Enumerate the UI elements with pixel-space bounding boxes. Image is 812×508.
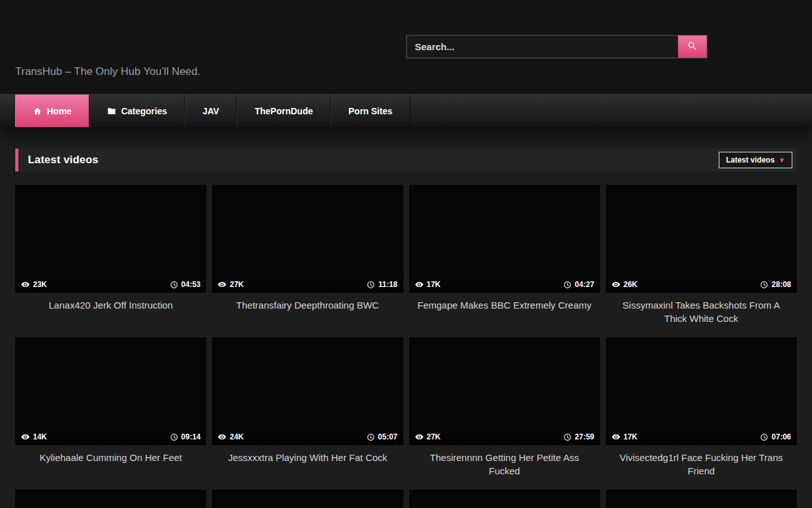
video-thumbnail[interactable]: 17K 07:06 <box>606 337 797 445</box>
video-title[interactable]: Thetransfairy Deepthroating BWC <box>212 298 403 326</box>
view-count-label: 26K <box>624 280 638 289</box>
nav-item-label: ThePornDude <box>254 106 313 116</box>
chevron-down-icon: ▼ <box>778 157 785 164</box>
section-header: Latest videos Latest videos ▼ <box>15 149 797 171</box>
nav-item-label: Home <box>47 106 72 116</box>
video-thumbnail[interactable] <box>606 490 797 508</box>
duration-label: 27:59 <box>575 432 594 441</box>
view-count: 26K <box>612 280 638 289</box>
folder-icon <box>107 107 116 116</box>
video-meta: 26K 28:08 <box>606 276 797 293</box>
nav-item-label: Porn Sites <box>348 106 392 116</box>
search-icon <box>687 41 698 53</box>
site-tagline: TransHub – The Only Hub You’ll Need. <box>15 65 200 78</box>
search-bar <box>406 35 707 58</box>
main-nav: HomeCategoriesJAVThePornDudePorn Sites <box>0 94 812 127</box>
view-count: 14K <box>21 432 47 441</box>
video-meta: 23K 04:53 <box>15 276 206 293</box>
video-card[interactable]: 17K 04:27 Femgape Makes BBC Extremely Cr… <box>409 185 600 326</box>
view-count: 27K <box>415 432 441 441</box>
video-meta: 14K 09:14 <box>15 429 206 445</box>
site-header: TransHub – The Only Hub You’ll Need. <box>0 0 812 94</box>
duration-label: 28:08 <box>771 280 791 289</box>
view-count: 23K <box>21 280 47 289</box>
duration-label: 11:18 <box>378 280 397 289</box>
video-title[interactable]: Sissymaxinl Takes Backshots From A Thick… <box>606 298 797 326</box>
nav-item-label: Categories <box>121 106 167 116</box>
home-icon <box>33 107 42 116</box>
video-card[interactable]: 23K 04:53 Lanax420 Jerk Off Instruction <box>15 185 206 326</box>
clock-icon <box>170 433 178 441</box>
view-count-label: 17K <box>427 280 441 289</box>
video-title[interactable]: Femgape Makes BBC Extremely Creamy <box>409 298 600 326</box>
nav-item-theporndude[interactable]: ThePornDude <box>237 95 331 127</box>
video-thumbnail[interactable] <box>15 490 206 508</box>
video-thumbnail[interactable] <box>212 490 403 508</box>
video-meta: 27K 11:18 <box>212 276 403 293</box>
video-card[interactable] <box>212 490 403 508</box>
video-thumbnail[interactable]: 14K 09:14 <box>15 337 206 445</box>
video-card[interactable]: 27K 11:18 Thetransfairy Deepthroating BW… <box>212 185 403 326</box>
view-count-label: 23K <box>33 280 47 289</box>
duration-label: 05:07 <box>378 432 398 441</box>
duration-label: 09:14 <box>181 432 201 441</box>
video-thumbnail[interactable]: 26K 28:08 <box>606 185 797 293</box>
video-duration: 04:27 <box>563 280 594 289</box>
section-title: Latest videos <box>28 154 98 166</box>
search-input[interactable] <box>407 36 678 58</box>
video-meta: 17K 07:06 <box>606 429 797 445</box>
video-card[interactable]: 24K 05:07 Jessxxxtra Playing With Her Fa… <box>212 337 403 479</box>
nav-item-jav[interactable]: JAV <box>185 95 237 127</box>
video-thumbnail[interactable]: 27K 27:59 <box>409 337 600 445</box>
video-duration: 27:59 <box>563 432 594 441</box>
video-title[interactable]: Jessxxxtra Playing With Her Fat Cock <box>212 451 403 479</box>
video-thumbnail[interactable]: 23K 04:53 <box>15 185 206 293</box>
nav-item-categories[interactable]: Categories <box>89 95 185 127</box>
sort-dropdown[interactable]: Latest videos ▼ <box>719 152 792 168</box>
nav-item-label: JAV <box>202 106 219 116</box>
eye-icon <box>415 432 424 441</box>
view-count-label: 14K <box>33 432 47 441</box>
clock-icon <box>563 281 572 289</box>
video-card[interactable]: 27K 27:59 Thesirennnn Getting Her Petite… <box>409 337 600 479</box>
video-thumbnail[interactable]: 27K 11:18 <box>212 185 403 293</box>
video-duration: 04:53 <box>170 280 201 289</box>
video-title[interactable]: Lanax420 Jerk Off Instruction <box>15 298 206 326</box>
nav-item-home[interactable]: Home <box>15 95 89 127</box>
clock-icon <box>760 433 768 441</box>
view-count-label: 17K <box>624 432 638 441</box>
search-button[interactable] <box>678 36 707 58</box>
nav-item-porn-sites[interactable]: Porn Sites <box>331 95 410 127</box>
eye-icon <box>218 280 226 289</box>
video-title[interactable]: Thesirennnn Getting Her Petite Ass Fucke… <box>409 451 600 479</box>
video-thumbnail[interactable] <box>409 490 600 508</box>
video-card[interactable] <box>409 490 600 508</box>
duration-label: 07:06 <box>771 432 791 441</box>
view-count: 27K <box>218 280 244 289</box>
video-title[interactable]: Kyliehaale Cumming On Her Feet <box>15 451 206 479</box>
video-meta: 17K 04:27 <box>409 276 600 293</box>
video-card[interactable]: 14K 09:14 Kyliehaale Cumming On Her Feet <box>15 337 206 479</box>
video-duration: 11:18 <box>367 280 397 289</box>
video-duration: 07:06 <box>760 432 791 441</box>
video-thumbnail[interactable]: 17K 04:27 <box>409 185 600 293</box>
video-card[interactable] <box>606 490 797 508</box>
video-title[interactable]: Vivisectedg1rl Face Fucking Her Trans Fr… <box>606 451 797 479</box>
video-grid: 23K 04:53 Lanax420 Jerk Off Instruction … <box>15 185 797 508</box>
eye-icon <box>415 280 424 289</box>
video-duration: 05:07 <box>367 432 398 441</box>
eye-icon <box>218 432 226 441</box>
video-card[interactable]: 17K 07:06 Vivisectedg1rl Face Fucking He… <box>606 337 797 479</box>
eye-icon <box>612 432 620 441</box>
eye-icon <box>21 432 30 441</box>
clock-icon <box>760 281 768 289</box>
sort-dropdown-label: Latest videos <box>726 156 775 164</box>
view-count: 24K <box>218 432 244 441</box>
video-duration: 09:14 <box>170 432 201 441</box>
video-card[interactable]: 26K 28:08 Sissymaxinl Takes Backshots Fr… <box>606 185 797 326</box>
video-duration: 28:08 <box>760 280 791 289</box>
video-card[interactable] <box>15 490 206 508</box>
view-count: 17K <box>415 280 441 289</box>
duration-label: 04:27 <box>575 280 594 289</box>
video-thumbnail[interactable]: 24K 05:07 <box>212 337 403 445</box>
